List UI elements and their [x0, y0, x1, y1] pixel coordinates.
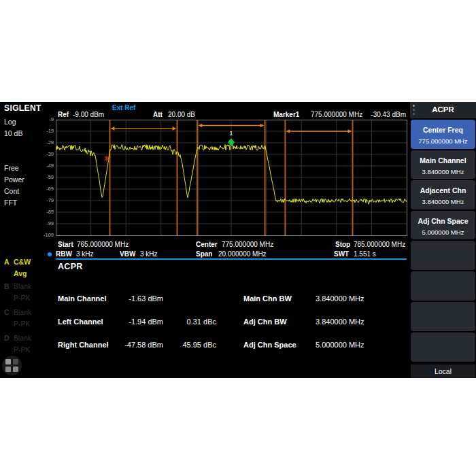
y-tick-label: -59	[27, 175, 54, 180]
result-channel-label: Main Channel	[58, 294, 107, 303]
grid-icon-square	[13, 359, 18, 364]
y-tick-label: -19	[27, 129, 54, 134]
trace-detector[interactable]: P-PK	[14, 294, 31, 302]
trace-letter[interactable]: B	[4, 282, 10, 290]
softkey-value: 775.000000 MHz	[411, 137, 475, 145]
result-bw-label: Adj Chn BW	[243, 318, 287, 326]
trace-mode[interactable]: Blank	[14, 308, 31, 316]
sweep-mode[interactable]: Cont	[4, 187, 19, 195]
rbw-label: RBW	[56, 250, 72, 258]
trace-mode[interactable]: Blank	[14, 334, 31, 342]
y-tick-label: -49	[27, 163, 54, 169]
scale-type[interactable]: Log	[4, 118, 16, 126]
swt-label: SWT	[334, 250, 349, 258]
y-tick-label: -109	[27, 233, 54, 238]
y-tick-label: -9	[27, 117, 54, 122]
grid-icon-square	[5, 359, 11, 364]
grid-icon-square	[5, 367, 11, 372]
trigger-mode[interactable]: Free	[4, 164, 19, 172]
trace-letter[interactable]: D	[4, 334, 10, 342]
vbw-label: VBW	[120, 250, 135, 258]
start-value[interactable]: 765.000000 MHz	[77, 241, 129, 249]
softkey-empty[interactable]	[411, 302, 475, 331]
start-label: Start	[58, 241, 73, 249]
y-tick-label: -79	[27, 198, 54, 203]
trace-detector[interactable]: Avg	[14, 269, 27, 277]
result-bw-value: 3.840000 MHz	[316, 318, 364, 326]
stop-value[interactable]: 785.000000 MHz	[354, 241, 405, 249]
softkey-center-freq[interactable]: Center Freq775.000000 MHz	[411, 120, 475, 149]
result-channel-power: -1.63 dBm	[107, 294, 163, 303]
softkey-label: Adj Chn Space	[411, 217, 475, 225]
result-bw-label: Adj Chn Space	[243, 341, 296, 349]
y-tick-label: -89	[27, 209, 54, 215]
span-label: Span	[196, 250, 212, 258]
softkey-empty[interactable]	[411, 271, 475, 301]
result-channel-label: Left Channel	[58, 318, 103, 326]
softkey-label: Main Channel	[411, 156, 475, 165]
center-value[interactable]: 775.000000 MHz	[222, 241, 273, 249]
softkey-empty[interactable]	[411, 333, 475, 362]
trace-detector[interactable]: P-PK	[14, 345, 31, 354]
marker-readout-ampl: -30.43 dBm	[340, 111, 406, 119]
y-tick-label: -39	[27, 152, 54, 157]
menu-header: ACPR	[410, 102, 476, 118]
analyzer-screen: SIGLENT Ext Ref Ref -9.00 dBm Att 20.00 …	[0, 102, 476, 378]
result-channel-ratio: 0.31 dBc	[163, 318, 216, 326]
spectrum-plot[interactable]: 1	[56, 120, 407, 236]
ref-label: Ref	[58, 111, 69, 119]
fft-mode[interactable]: FFT	[4, 199, 17, 207]
softkey-menu: ACPR Center Freq775.000000 MHzMain Chann…	[410, 102, 476, 378]
menu-title: ACPR	[410, 105, 476, 114]
result-channel-power: -1.94 dBm	[107, 318, 163, 326]
ref-value[interactable]: -9.00 dBm	[73, 111, 104, 119]
softkey-empty[interactable]	[411, 241, 475, 270]
result-bw-label: Main Chn BW	[243, 294, 292, 303]
section-divider	[56, 258, 407, 260]
y-tick-label: -99	[27, 221, 54, 226]
results-title: ACPR	[58, 262, 83, 271]
home-grid-icon[interactable]	[2, 356, 22, 375]
grid-icon-square	[13, 367, 18, 372]
softkey-value: 5.000000 MHz	[411, 228, 475, 236]
softkey-label: Center Freq	[411, 126, 475, 134]
result-bw-value: 3.840000 MHz	[316, 294, 364, 303]
vbw-value[interactable]: 3 kHz	[140, 250, 158, 258]
detector-mode[interactable]: Power	[4, 175, 24, 184]
softkey-adjacent-chn[interactable]: Adjacent Chn3.840000 MHz	[411, 180, 475, 209]
rbw-value[interactable]: 3 kHz	[76, 250, 94, 258]
local-button[interactable]: Local	[411, 364, 475, 378]
scale-per-div[interactable]: 10 dB	[4, 129, 22, 137]
trace-detector[interactable]: P-PK	[14, 320, 31, 328]
softkey-value: 3.840000 MHz	[411, 168, 475, 175]
plot-grid	[56, 120, 407, 235]
span-value[interactable]: 20.000000 MHz	[218, 250, 267, 258]
softkey-label: Adjacent Chn	[411, 186, 475, 194]
att-label: Att	[153, 111, 163, 119]
y-tick-label: -69	[27, 186, 54, 192]
stop-label: Stop	[335, 241, 350, 249]
trace-mode[interactable]: Blank	[14, 282, 31, 290]
softkey-value: 3.840000 MHz	[411, 198, 475, 205]
marker-readout-label: Marker1	[273, 111, 299, 119]
ext-ref-status: Ext Ref	[112, 104, 135, 112]
softkey-main-channel[interactable]: Main Channel3.840000 MHz	[411, 150, 475, 179]
aux-marker	[105, 156, 109, 161]
result-channel-power: -47.58 dBm	[107, 341, 163, 349]
trace-letter[interactable]: C	[4, 308, 10, 316]
swt-value[interactable]: 1.551 s	[354, 250, 376, 258]
softkey-adj-chn-space[interactable]: Adj Chn Space5.000000 MHz	[411, 211, 475, 239]
trace-mode[interactable]: C&W	[14, 258, 31, 266]
att-value[interactable]: 20.00 dB	[168, 111, 195, 119]
center-label: Center	[196, 241, 218, 249]
result-channel-label: Right Channel	[58, 341, 109, 349]
marker-number: 1	[229, 129, 233, 137]
rbw-coupled-icon	[48, 252, 52, 256]
result-channel-ratio: 45.95 dBc	[163, 341, 216, 349]
y-tick-label: -29	[27, 140, 54, 146]
trace-letter[interactable]: A	[4, 258, 10, 266]
brand-logo: SIGLENT	[4, 103, 41, 113]
result-bw-value: 5.000000 MHz	[316, 341, 364, 349]
